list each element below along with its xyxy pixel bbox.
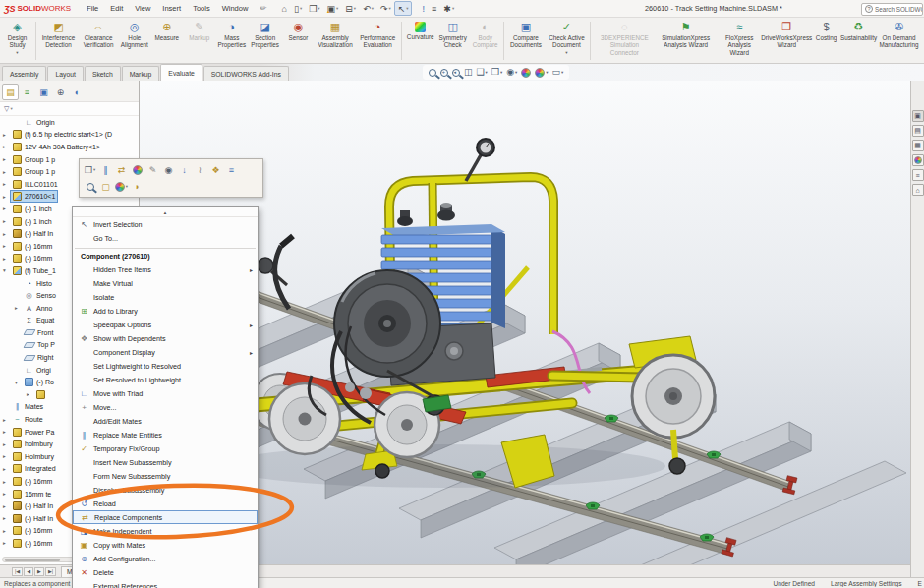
search-input[interactable]: ?Search SOLIDWO: [861, 3, 923, 16]
menu-replace-mate-entities[interactable]: ∥ Replace Mate Entities: [73, 428, 258, 441]
scrollbar-thumb[interactable]: [5, 559, 60, 561]
section-properties-button[interactable]: ◪ Section Properties: [248, 19, 282, 63]
dropdown-caret-icon[interactable]: ▾: [372, 6, 374, 11]
expand-arrow-icon[interactable]: ▸: [3, 156, 11, 162]
tree-item[interactable]: ▸ 12V 4Ah 30A Battery<1>: [0, 141, 139, 153]
tab-assembly[interactable]: Assembly: [2, 66, 46, 81]
edit-document-icon[interactable]: ❒ ▾: [83, 162, 97, 177]
performance-evaluation-button[interactable]: ◔ Performance Evaluation: [356, 19, 399, 63]
undo-icon[interactable]: ↶ ▾: [360, 1, 377, 16]
expand-arrow-icon[interactable]: ▸: [3, 144, 11, 149]
last-tab-icon[interactable]: ▶|: [45, 567, 56, 576]
menu-reload[interactable]: ↺ Reload: [73, 497, 258, 510]
apply-scene-icon[interactable]: ▾: [535, 68, 548, 78]
prev-tab-icon[interactable]: ◀: [24, 567, 33, 576]
menu-move-with-triad[interactable]: ∟ Move with Triad: [73, 386, 258, 400]
expand-arrow-icon[interactable]: ▸: [3, 256, 11, 262]
tab-sketch[interactable]: Sketch: [85, 66, 121, 81]
attachment-icon[interactable]: ≀: [193, 162, 207, 177]
options-gear-icon[interactable]: ✱ ▾: [440, 1, 458, 16]
menu-set-resolved-to-lightweight[interactable]: Set Resolved to Lightweight: [73, 373, 258, 386]
pin-toolbar-icon[interactable]: ✐: [258, 3, 268, 14]
expand-arrow-icon[interactable]: ▸: [3, 528, 11, 534]
machine-flywheel[interactable]: [334, 270, 440, 377]
sustainability-button[interactable]: ♻ Sustainability: [842, 19, 875, 63]
dropdown-caret-icon[interactable]: ▾: [406, 6, 408, 11]
menu-form-new-subassembly[interactable]: Form New Subassembly: [73, 469, 258, 483]
replace-components-icon[interactable]: ⇄: [114, 162, 129, 177]
expand-arrow-icon[interactable]: ▸: [3, 515, 11, 521]
expand-arrow-icon[interactable]: ▸: [3, 503, 11, 509]
menu-add-to-library[interactable]: ⊞ Add to Library: [73, 304, 258, 318]
propertymanager-tab[interactable]: ≡: [19, 84, 35, 100]
floxpress-wizard-button[interactable]: ≈ FloXpress Analysis Wizard: [716, 19, 763, 63]
costing-button[interactable]: $ Costing: [810, 19, 842, 63]
dropdown-caret-icon[interactable]: ▾: [561, 70, 563, 75]
expand-arrow-icon[interactable]: ▸: [3, 231, 11, 237]
dropdown-caret-icon[interactable]: ▾: [452, 6, 454, 11]
menu-set-lightweight-to-resolved[interactable]: Set Lightweight to Resolved: [73, 359, 258, 373]
body-compare-button[interactable]: ◐ Body Compare: [469, 19, 501, 63]
menu-external-references[interactable]: External References...: [73, 579, 258, 588]
dropdown-caret-icon[interactable]: ▾: [565, 50, 567, 55]
solidworks-resources-icon[interactable]: ⌂: [912, 184, 924, 196]
expand-arrow-icon[interactable]: ▸: [3, 218, 11, 224]
expand-arrow-icon[interactable]: ▸: [3, 441, 11, 447]
menu-add-edit-mates[interactable]: Add/Edit Mates: [73, 414, 258, 428]
menu-item[interactable]: Tools: [187, 4, 216, 13]
dropdown-caret-icon[interactable]: ▾: [336, 6, 338, 11]
menu-show-with-dependents[interactable]: ❖ Show with Dependents: [73, 331, 258, 345]
driveworksxpress-wizard-button[interactable]: ❒ DriveWorksXpress Wizard: [763, 19, 810, 63]
measure-button[interactable]: ⊕ Measure: [150, 19, 183, 63]
check-active-document-button[interactable]: ✓ Check Active Document ▾: [546, 19, 589, 63]
speedpak-icon[interactable]: ◗: [130, 179, 144, 194]
edit-appearance-icon[interactable]: [521, 68, 531, 78]
tree-item[interactable]: ▸ (f) 6.5 hp electric start<1> (D: [0, 129, 139, 142]
dropdown-caret-icon[interactable]: ▾: [126, 184, 128, 189]
configurationmanager-tab[interactable]: ▣: [35, 84, 52, 100]
menu-make-virtual[interactable]: Make Virtual: [73, 276, 258, 290]
appearance-dropdown-icon[interactable]: ▾: [114, 179, 129, 194]
3dexperience-simulation-connector-button[interactable]: ◌ 3DEXPERIENCE Simulation Connector: [593, 19, 656, 63]
dropdown-caret-icon[interactable]: ▾: [300, 6, 302, 11]
appearances-scenes-icon[interactable]: [912, 154, 924, 166]
menu-invert-selection[interactable]: ↖ Invert Selection: [73, 217, 258, 231]
dropdown-caret-icon[interactable]: ▾: [388, 6, 390, 11]
rebuild-icon[interactable]: [412, 1, 419, 16]
redo-icon[interactable]: ↷ ▾: [376, 1, 394, 16]
menu-item[interactable]: Insert: [156, 4, 187, 13]
isolate-icon[interactable]: ▢: [98, 179, 113, 194]
menu-speedpak-options[interactable]: Speedpak Options ▸: [73, 318, 258, 331]
home-icon[interactable]: ⌂: [278, 1, 290, 16]
assembly-visualization-button[interactable]: ▦ Assembly Visualization: [315, 19, 356, 63]
clearance-verification-button[interactable]: ⇔ Clearance Verification: [79, 19, 118, 63]
symmetry-check-button[interactable]: ◫ Symmetry Check: [436, 19, 469, 63]
menu-add-configuration[interactable]: ⊕ Add Configuration...: [73, 552, 258, 565]
dropdown-caret-icon[interactable]: ▾: [500, 70, 502, 75]
dropdown-caret-icon[interactable]: ▾: [486, 70, 488, 75]
tab-layout[interactable]: Layout: [47, 66, 83, 81]
hide-show-items-icon[interactable]: ◉ ▾: [506, 66, 517, 79]
custom-properties-icon[interactable]: ≡: [912, 169, 924, 181]
tab-solidworks-add-ins[interactable]: SOLIDWORKS Add-Ins: [203, 66, 289, 81]
component-properties-icon[interactable]: ≡: [224, 162, 239, 177]
mass-properties-button[interactable]: ◑ Mass Properties: [215, 19, 248, 63]
new-document-icon[interactable]: ▯ ▾: [290, 1, 305, 16]
open-document-icon[interactable]: ❒ ▾: [306, 1, 323, 16]
dropdown-caret-icon[interactable]: ▾: [16, 50, 18, 55]
menu-item[interactable]: Edit: [104, 4, 129, 13]
hide-component-icon[interactable]: ◉: [161, 162, 176, 177]
tree-item[interactable]: ∟ Origin: [0, 116, 139, 129]
dropdown-caret-icon[interactable]: ▾: [546, 70, 548, 75]
sensor-button[interactable]: ◉ Sensor: [282, 19, 315, 63]
menu-item[interactable]: View: [129, 4, 156, 13]
hole-alignment-button[interactable]: ◎ Hole Alignment: [118, 19, 150, 63]
expand-arrow-icon[interactable]: ▸: [27, 391, 34, 397]
print-icon[interactable]: ⊟ ▾: [342, 1, 360, 16]
menu-item[interactable]: File: [81, 4, 104, 13]
file-properties-icon[interactable]: ≡: [429, 1, 440, 16]
dropdown-caret-icon[interactable]: ▾: [10, 106, 12, 111]
zoom-to-selection-icon[interactable]: [83, 179, 97, 194]
expand-arrow-icon[interactable]: ▾: [3, 267, 11, 273]
machine-right-wheel[interactable]: [632, 355, 715, 438]
